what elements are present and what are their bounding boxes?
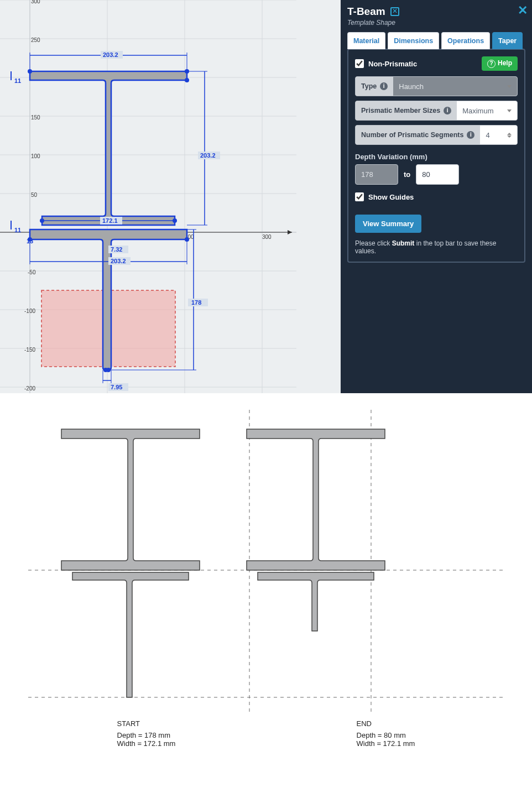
number-stepper[interactable] [507,133,512,138]
non-prismatic-label: Non-Prismatic [368,60,417,68]
svg-text:13: 13 [27,238,33,244]
comparison-view: START Depth = 178 mm Width = 172.1 mm EN… [0,393,532,770]
svg-text:-200: -200 [24,385,35,392]
tab-bar: Material Dimensions Operations Taper [347,32,525,49]
start-section [61,429,200,697]
tab-operations[interactable]: Operations [441,32,490,49]
type-row[interactable]: Typei Haunch [355,76,518,96]
svg-text:178: 178 [191,299,201,306]
svg-text:-50: -50 [28,269,36,275]
svg-text:203.2: 203.2 [111,258,126,264]
svg-text:-150: -150 [24,347,35,353]
svg-text:-100: -100 [24,308,35,314]
svg-point-33 [185,78,189,82]
end-caption: END Depth = 80 mm Width = 172.1 mm [357,719,415,748]
prismatic-sizes-row[interactable]: Prismatic Member Sizesi Maximum [355,101,518,121]
svg-text:11: 11 [14,227,21,233]
svg-point-39 [103,368,108,372]
svg-text:250: 250 [31,37,40,43]
svg-text:150: 150 [31,114,40,121]
tab-taper[interactable]: Taper [492,32,523,49]
depth-to-label: to [404,170,410,179]
view-summary-button[interactable]: View Summary [355,215,421,233]
info-icon: i [444,107,451,114]
svg-text:300: 300 [262,234,272,240]
svg-text:100: 100 [31,153,40,159]
start-caption: START Depth = 178 mm Width = 172.1 mm [117,719,176,748]
non-prismatic-checkbox[interactable] [355,59,364,68]
taper-form: Non-Prismatic Help Typei Haunch Prismati… [347,49,525,263]
segments-row[interactable]: Number of Prismatic Segmentsi 4 [355,125,518,145]
help-button[interactable]: Help [482,56,518,71]
panel-subtitle: Template Shape [347,19,525,27]
chevron-down-icon [507,109,512,112]
close-icon[interactable]: ✕ [518,3,528,18]
info-icon: i [467,131,474,139]
depth-from: 178 [355,164,398,185]
depth-to-input[interactable] [416,164,459,185]
properties-panel: ✕ T-Beam Template Shape Material Dimensi… [341,0,532,393]
svg-text:7.32: 7.32 [111,246,122,253]
upper-i-shape [30,71,187,225]
svg-text:50: 50 [31,192,38,198]
tab-material[interactable]: Material [347,32,385,49]
segments-value: 4 [486,131,489,139]
svg-text:172.1: 172.1 [102,217,118,224]
svg-text:203.2: 203.2 [200,152,216,159]
submit-hint: Please click Submit in the top bar to sa… [355,239,518,255]
svg-text:7.95: 7.95 [111,384,122,390]
show-guides-checkbox[interactable] [355,192,364,201]
delete-icon[interactable] [390,7,399,16]
section-canvas[interactable]: 300 250 200 150 100 50 0 -50 -100 -150 -… [0,0,341,393]
svg-text:11: 11 [14,77,21,84]
tab-dimensions[interactable]: Dimensions [388,32,439,49]
svg-marker-30 [288,230,292,234]
panel-title: T-Beam [347,6,385,18]
prismatic-sizes-value: Maximum [462,107,493,115]
end-section [247,429,385,631]
chevron-down-icon [507,85,512,88]
type-value: Haunch [399,82,424,91]
svg-text:300: 300 [31,0,40,4]
y-axis-ticks: 300 250 200 150 100 50 0 -50 -100 -150 -… [24,0,40,392]
depth-variation-label: Depth Variation (mm) [355,153,518,161]
svg-text:203.2: 203.2 [103,51,118,58]
info-icon: i [380,82,388,90]
show-guides-label: Show Guides [368,193,414,201]
